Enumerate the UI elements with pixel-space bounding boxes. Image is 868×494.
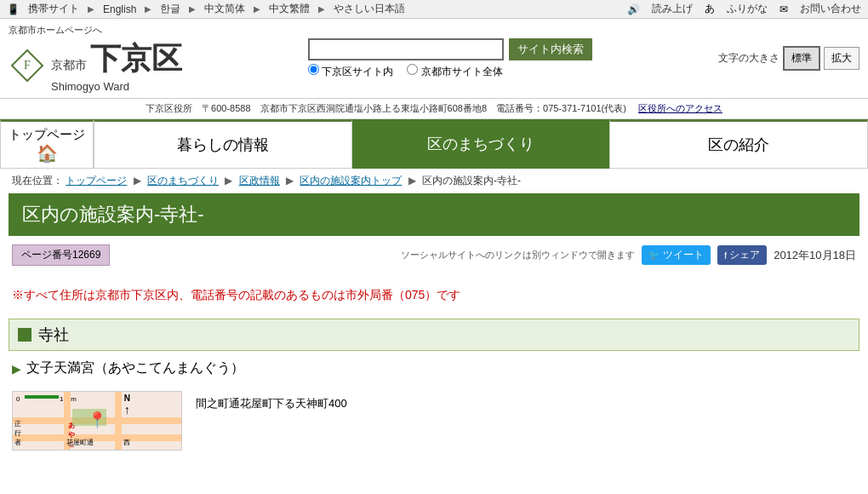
read-aloud-link[interactable]: 読み上げ [652,2,693,16]
korean-link[interactable]: 한글 [160,2,180,16]
nav-shokai[interactable]: 区の紹介 [609,119,868,169]
section-header: 寺社 [9,319,859,351]
nav-shokai-label: 区の紹介 [708,135,769,155]
page-number-badge: ページ番号12669 [12,244,110,266]
ward-name-kanji: 下京区 [90,38,182,80]
nav-home[interactable]: トップページ 🏠 [0,119,94,169]
section-icon [18,328,31,342]
svg-text:F: F [24,59,31,72]
font-standard-button[interactable]: 標準 [783,46,820,71]
subsection: ▶ 文子天満宮（あやこてんまんぐう） [0,351,868,386]
ward-name-roman: Shimogyo Ward [51,80,182,93]
city-name: 京都市 [51,58,87,73]
page-meta: ページ番号12669 ソーシャルサイトへのリンクは別ウィンドウで開きます 🐦 ツ… [0,239,868,271]
nav-home-label: トップページ [9,127,85,143]
font-label: 文字の大きさ [718,51,779,66]
facility-address: 間之町通花屋町下る天神町400 [196,391,347,411]
map-scale-bar [25,395,59,399]
home-icon: 🏠 [37,143,58,164]
tweet-button[interactable]: 🐦 ツイート [642,245,711,265]
radio-row: 下京区サイト内 京都市サイト全体 [308,64,503,79]
breadcrumb-label: 現在位置： [12,175,63,187]
top-bar: 📱 携帯サイト ▶ English ▶ 한글 ▶ 中文简体 ▶ 中文繁體 ▶ や… [0,0,868,19]
top-bar-links: 📱 携帯サイト ▶ English ▶ 한글 ▶ 中文简体 ▶ 中文繁體 ▶ や… [7,2,405,16]
twitter-icon: 🐦 [648,250,660,261]
facebook-share-button[interactable]: f シェア [717,245,767,265]
search-area: サイト内検索 下京区サイト内 京都市サイト全体 [308,38,592,79]
nav-machi[interactable]: 区のまちづくり [352,119,609,169]
mail-icon: ✉ [779,3,788,15]
mobile-site-link[interactable]: 携帯サイト [28,2,79,16]
notice-text: ※すべて住所は京都市下京区内、電話番号の記載のあるものは市外局番（075）です [0,274,868,312]
header: 京都市ホームページへ F 京都市 下京区 Shimogyo Ward サイト内検… [0,19,868,99]
breadcrumb-seiji[interactable]: 区政情報 [239,175,280,187]
subsection-label: 文子天満宮（あやこてんまんぐう） [26,359,244,377]
search-button[interactable]: サイト内検索 [509,38,592,60]
nav-kurashi[interactable]: 暮らしの情報 [94,119,352,169]
main-nav: トップページ 🏠 暮らしの情報 区のまちづくり 区の紹介 [0,119,868,169]
breadcrumb-sep-4: ▶ [408,175,416,187]
publication-date: 2012年10月18日 [774,248,856,263]
chinese-simple-link[interactable]: 中文简体 [204,2,245,16]
map-road-v2 [115,392,122,450]
chinese-trad-link[interactable]: 中文繁體 [269,2,310,16]
social-note: ソーシャルサイトへのリンクは別ウィンドウで開きます [401,249,635,261]
social-row: ソーシャルサイトへのリンクは別ウィンドウで開きます 🐦 ツイート f シェア 2… [401,245,856,265]
access-link[interactable]: 区役所へのアクセス [638,103,722,113]
facebook-icon: f [724,250,727,261]
section-title: 寺社 [38,325,69,345]
map-pin: 📍 [88,411,106,429]
subsection-arrow-icon: ▶ [12,362,21,376]
address-text: 下京区役所 〒600-8588 京都市下京区西洞院通塩小路上る東塩小路町608番… [146,103,626,113]
page-title: 区内の施設案内-寺社- [22,204,204,225]
map-scale-zero: 0 [16,395,20,403]
facility-row: 0 100m N↑ あやこ 正行者 花屋町通 📍 西 間之町通花屋町下る天神町4… [0,386,868,456]
easy-japanese-link[interactable]: やさしい日本語 [334,2,405,16]
nav-kurashi-label: 暮らしの情報 [177,135,269,155]
breadcrumb-machi[interactable]: 区のまちづくり [147,175,219,187]
top-bar-right: 🔊 読み上げ あ ふりがな ✉ お問い合わせ [627,2,861,16]
map-road-name: 花屋町通 [66,438,94,447]
radio-all[interactable] [407,64,418,75]
logo-area: F 京都市 下京区 Shimogyo Ward [9,38,182,93]
breadcrumb-sep-1: ▶ [134,175,141,187]
contact-link[interactable]: お問い合わせ [800,2,861,16]
breadcrumb-sep-3: ▶ [286,175,294,187]
english-link[interactable]: English [103,3,136,15]
audio-icon: 🔊 [627,3,640,15]
address-bar: 下京区役所 〒600-8588 京都市下京区西洞院通塩小路上る東塩小路町608番… [0,99,868,119]
ward-logo-icon: F [9,47,46,84]
map-north-indicator: N↑ [124,393,130,416]
nav-machi-label: 区のまちづくり [427,134,534,154]
subsection-title: ▶ 文子天満宮（あやこてんまんぐう） [12,359,856,377]
breadcrumb-sep-2: ▶ [225,175,232,187]
breadcrumb-facilities-top[interactable]: 区内の施設案内トップ [300,175,402,187]
page-number-text: ページ番号12669 [21,249,100,261]
map-label-seigyo: 正行者 [14,419,21,447]
radio-all-label[interactable]: 京都市サイト全体 [407,64,502,79]
map-image: 0 100m N↑ あやこ 正行者 花屋町通 📍 西 [12,391,182,451]
breadcrumb-home[interactable]: トップページ [66,175,127,187]
page-title-bar: 区内の施設案内-寺社- [9,193,859,236]
font-large-button[interactable]: 拡大 [824,47,859,70]
font-area: 文字の大きさ 標準 拡大 [718,46,859,71]
search-row: サイト内検索 [308,38,592,60]
radio-inner-label[interactable]: 下京区サイト内 [308,64,393,79]
breadcrumb: 現在位置： トップページ ▶ 区のまちづくり ▶ 区政情報 ▶ 区内の施設案内ト… [0,169,868,193]
map-road-h2 [13,434,181,441]
mobile-icon: 📱 [7,3,20,15]
homepage-link[interactable]: 京都市ホームページへ [9,24,182,37]
breadcrumb-current: 区内の施設案内-寺社- [422,175,521,187]
furigana-icon: あ [705,2,715,16]
search-input[interactable] [308,38,504,60]
map-label-nishi: 西 [123,438,130,447]
radio-inner[interactable] [308,64,319,75]
furigana-link[interactable]: ふりがな [727,2,768,16]
